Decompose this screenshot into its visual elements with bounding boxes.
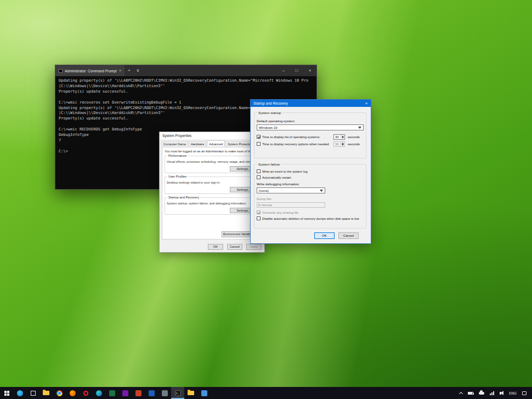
user-profiles-group: User Profiles Desktop settings related t… (165, 176, 259, 194)
terminal-tab-title: Administrator: Command Prompt (65, 69, 117, 73)
auto-restart-label: Automatically restart (262, 176, 291, 179)
startup-recovery-group: Startup and Recovery System startup, sys… (165, 197, 259, 215)
time-list-spinner[interactable]: 30 (333, 134, 345, 140)
action-center-icon[interactable] (519, 387, 529, 399)
terminal-line: Property(s) update successful. (59, 89, 313, 95)
firefox-icon-glyph (70, 390, 76, 396)
firefox-icon[interactable] (66, 387, 79, 399)
language-indicator[interactable]: ENG (506, 387, 519, 399)
tab-dropdown-icon[interactable]: ∨ (133, 65, 142, 76)
task-view-button[interactable] (26, 387, 39, 399)
start-button-glyph (4, 391, 7, 393)
startup-recovery-dialog: Startup and Recovery × System startup De… (250, 99, 371, 244)
tab-computer-name[interactable]: Computer Name (161, 141, 188, 146)
dump-file-input: E:\dumps (257, 202, 325, 208)
chrome-icon-glyph (56, 390, 63, 396)
disable-auto-delete-checkbox[interactable] (257, 216, 261, 220)
word-icon-glyph (149, 390, 155, 396)
debug-info-label: Write debugging information (257, 182, 364, 186)
edge-icon[interactable] (92, 387, 105, 399)
system-properties-tabs: Computer Name Hardware Advanced System P… (160, 139, 264, 146)
battery-icon[interactable] (465, 387, 476, 399)
search-button[interactable] (13, 387, 26, 399)
sysprops-apply-button: Apply (246, 244, 262, 250)
sysprops-cancel-button[interactable]: Cancel (227, 244, 242, 250)
spinner-arrows-icon (341, 142, 344, 146)
ok-button[interactable]: OK (314, 232, 335, 239)
documents-folder-icon-glyph (188, 391, 194, 395)
performance-group: Performance Visual effects, processor sc… (165, 156, 259, 173)
default-os-label: Default operating system: (257, 119, 364, 123)
time-recovery-checkbox[interactable] (257, 142, 261, 146)
task-view-button-glyph (31, 391, 36, 396)
minimize-button[interactable]: – (277, 65, 290, 76)
time-recovery-unit: seconds (348, 142, 360, 146)
excel-icon[interactable] (105, 387, 118, 399)
system-failure-label: System failure (257, 162, 281, 166)
default-os-select[interactable]: Windows 10 (257, 124, 364, 130)
disable-auto-delete-label: Disable automatic deletion of memory dum… (262, 217, 359, 220)
system-startup-group: System startup Default operating system:… (254, 112, 366, 158)
camera-icon[interactable] (158, 387, 171, 399)
overwrite-label: Overwrite any existing file (262, 211, 298, 214)
maximize-button[interactable]: □ (290, 65, 303, 76)
start-button[interactable] (0, 387, 13, 399)
tab-hardware[interactable]: Hardware (189, 141, 206, 146)
cmd-icon (59, 69, 63, 73)
close-button[interactable]: × (303, 65, 316, 76)
hidden-icons-chevron[interactable] (457, 387, 465, 399)
time-list-unit: seconds (348, 135, 360, 139)
volume-icon[interactable] (497, 387, 506, 399)
taskbar: ENG (0, 387, 532, 399)
onenote-icon[interactable] (118, 387, 132, 399)
startup-recovery-desc: System startup, system failure, and debu… (167, 202, 257, 205)
auto-restart-checkbox[interactable] (257, 175, 261, 179)
write-event-checkbox[interactable] (257, 169, 261, 173)
time-list-label: Time to display list of operating system… (262, 135, 320, 139)
spinner-arrows-icon[interactable] (341, 135, 344, 139)
debug-info-select[interactable]: (none) (257, 187, 325, 193)
time-recovery-label: Time to display recovery options when ne… (262, 142, 330, 146)
startup-recovery-title: Startup and Recovery (253, 101, 288, 105)
settings-icon[interactable] (197, 387, 211, 399)
excel-icon-glyph (109, 390, 115, 396)
chevron-down-icon (320, 190, 323, 192)
time-recovery-spinner: 30 (333, 141, 345, 147)
search-button-glyph (17, 390, 23, 396)
tab-close-icon[interactable]: × (119, 65, 122, 76)
terminal-tab[interactable]: Administrator: Command Prompt × (55, 65, 124, 76)
overwrite-checkbox (257, 210, 261, 214)
write-event-label: Write an event to the system log (262, 170, 308, 173)
documents-folder-icon[interactable] (184, 387, 197, 399)
camera-icon-glyph (162, 390, 168, 396)
opera-icon[interactable] (79, 387, 92, 399)
performance-desc: Visual effects, processor scheduling, me… (167, 160, 257, 163)
startup-recovery-titlebar[interactable]: Startup and Recovery × (251, 100, 371, 107)
startup-recovery-group-label: Startup and Recovery (167, 196, 200, 199)
user-profiles-desc: Desktop settings related to your sign-in (167, 181, 257, 184)
tab-advanced[interactable]: Advanced (207, 140, 225, 146)
chrome-icon[interactable] (53, 387, 66, 399)
file-explorer-icon[interactable] (39, 387, 53, 399)
admin-note: You must be logged on as an Administrato… (165, 150, 259, 153)
terminal-icon-glyph (175, 390, 181, 396)
new-tab-button[interactable]: + (124, 65, 133, 76)
onedrive-icon[interactable] (476, 387, 487, 399)
opera-icon-glyph (83, 391, 88, 396)
close-icon[interactable]: × (362, 100, 371, 107)
onenote-icon-glyph (122, 390, 128, 396)
performance-group-label: Performance (167, 154, 188, 157)
system-tray: ENG (457, 387, 532, 399)
sysprops-ok-button[interactable]: OK (208, 244, 223, 250)
time-list-checkbox[interactable] (257, 135, 261, 139)
system-properties-title: System Properties (160, 132, 264, 139)
cancel-button[interactable]: Cancel (338, 232, 359, 239)
powerpoint-icon-glyph (135, 390, 142, 396)
terminal-line: |C:\\Windows|\\Device\\Harddisk0\\Partit… (59, 84, 313, 89)
powerpoint-icon[interactable] (132, 387, 145, 399)
word-icon[interactable] (145, 387, 158, 399)
chevron-down-icon (358, 127, 361, 129)
network-icon[interactable] (487, 387, 497, 399)
terminal-icon[interactable] (171, 387, 184, 399)
terminal-titlebar[interactable]: Administrator: Command Prompt × + ∨ – □ … (55, 65, 316, 76)
